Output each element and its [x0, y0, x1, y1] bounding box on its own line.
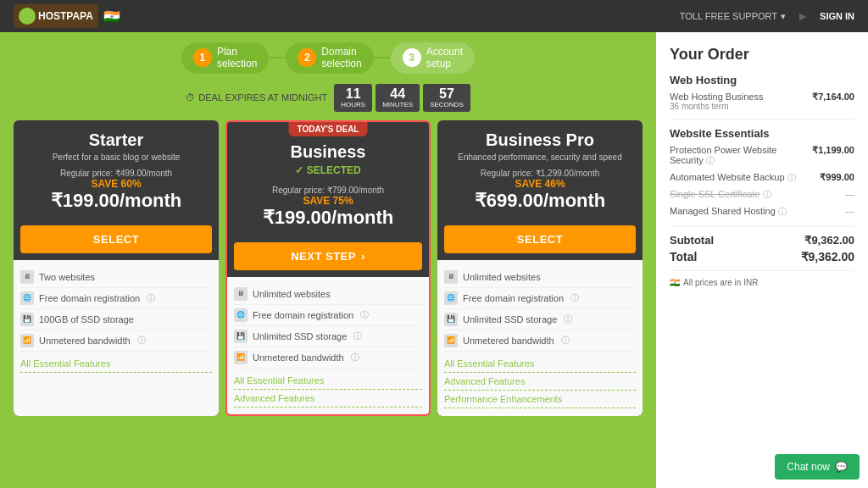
order-backup-item: Automated Website Backup ⓘ ₹999.00 — [670, 172, 854, 184]
order-essentials-section: Website Essentials Protection Power Webs… — [670, 127, 854, 218]
business-essential-link[interactable]: All Essential Features — [234, 372, 422, 390]
svg-text:HOSTPAPA: HOSTPAPA — [38, 10, 93, 22]
minutes-label: MINUTES — [382, 101, 413, 108]
info-icon[interactable]: ⓘ — [763, 190, 771, 199]
domain-icon: 🌐 — [444, 291, 458, 305]
starter-features: 🖥 Two websites 🌐 Free domain registratio… — [14, 260, 219, 416]
feature-text: 100GB of SSD storage — [39, 314, 134, 324]
divider: ▶ — [799, 11, 806, 22]
info-icon[interactable]: ⓘ — [787, 173, 796, 182]
minutes-value: 44 — [382, 87, 413, 101]
business-pro-essential-link[interactable]: All Essential Features — [444, 355, 636, 373]
list-item: 📶 Unmetered bandwidth ⓘ — [234, 347, 422, 369]
hours-value: 11 — [341, 87, 365, 101]
step-2-line1: Domain — [321, 46, 361, 58]
hosting-price: ₹7,164.00 — [812, 92, 854, 103]
currency-text: All prices are in INR — [683, 278, 758, 287]
list-item: 🌐 Free domain registration ⓘ — [444, 288, 636, 309]
info-icon[interactable]: ⓘ — [353, 330, 362, 342]
list-item: 💾 Unlimited SSD storage ⓘ — [444, 309, 636, 330]
business-pro-select-button[interactable]: SELECT — [444, 225, 636, 253]
info-icon[interactable]: ⓘ — [570, 292, 579, 304]
total-value: ₹9,362.00 — [801, 250, 855, 263]
top-navigation: HOSTPAPA 🇮🇳 TOLL FREE SUPPORT ▾ ▶ SIGN I… — [0, 0, 868, 32]
list-item: 🖥 Unlimited websites — [444, 267, 636, 288]
business-price: ₹199.00/month — [236, 207, 420, 229]
business-pro-perf-link[interactable]: Performance Enhancements — [444, 391, 636, 408]
info-icon[interactable]: ⓘ — [137, 335, 146, 347]
feature-text: Unlimited SSD storage — [253, 331, 347, 341]
seconds-label: SECONDS — [430, 101, 464, 108]
logo: HOSTPAPA 🇮🇳 — [14, 4, 120, 28]
order-title: Your Order — [670, 46, 854, 64]
bandwidth-icon: 📶 — [20, 334, 34, 347]
step-1-line2: selection — [217, 58, 257, 69]
backup-price: ₹999.00 — [820, 172, 854, 183]
hosting-name: Web Hosting Business 36 months term — [670, 92, 812, 111]
info-icon[interactable]: ⓘ — [351, 352, 359, 363]
chat-label: Chat now — [787, 461, 830, 473]
chat-button[interactable]: Chat now 💬 — [775, 454, 860, 480]
info-icon[interactable]: ⓘ — [706, 156, 715, 165]
content-area: 1 Plan selection 2 Domain selection 3 Ac… — [0, 32, 656, 488]
order-section2-title: Website Essentials — [670, 127, 854, 140]
order-protection-item: Protection Power Website Security ⓘ ₹1,1… — [670, 145, 854, 167]
info-icon[interactable]: ⓘ — [360, 309, 369, 321]
step-3-number: 3 — [403, 48, 421, 67]
seconds-value: 57 — [430, 87, 464, 101]
feature-text: Unmetered bandwidth — [253, 352, 344, 363]
hours-label: HOURS — [341, 101, 365, 108]
business-pro-save: SAVE 46% — [446, 178, 634, 190]
business-pro-advanced-link[interactable]: Advanced Features — [444, 373, 636, 391]
feature-text: Unlimited websites — [253, 289, 331, 299]
bandwidth-icon: 📶 — [444, 334, 458, 347]
storage-icon: 💾 — [234, 330, 248, 343]
info-icon[interactable]: ⓘ — [147, 292, 155, 304]
ssl-price: — — [845, 189, 854, 199]
starter-header: Starter Perfect for a basic blog or webs… — [14, 120, 219, 169]
business-advanced-link[interactable]: Advanced Features — [234, 390, 422, 408]
nav-right: TOLL FREE SUPPORT ▾ ▶ SIGN IN — [680, 11, 854, 22]
protection-price: ₹1,199.00 — [812, 145, 854, 156]
business-pricing: Regular price: ₹799.00/month SAVE 75% ₹1… — [227, 186, 429, 236]
feature-text: Unmetered bandwidth — [463, 336, 554, 346]
starter-essential-link[interactable]: All Essential Features — [20, 355, 212, 373]
business-pro-feature-list: 🖥 Unlimited websites 🌐 Free domain regis… — [444, 267, 636, 352]
starter-price: ₹199.00/month — [22, 190, 210, 212]
dropdown-icon[interactable]: ▾ — [781, 11, 786, 22]
domain-icon: 🌐 — [20, 291, 34, 305]
business-pro-header: Business Pro Enhanced performance, secur… — [437, 120, 643, 169]
business-pro-name: Business Pro — [446, 130, 634, 150]
hosting-term: 36 months term — [670, 102, 812, 111]
info-icon[interactable]: ⓘ — [778, 207, 787, 216]
business-next-step-button[interactable]: NEXT STEP › — [234, 242, 422, 270]
feature-text: Free domain registration — [463, 293, 564, 303]
main-layout: 1 Plan selection 2 Domain selection 3 Ac… — [0, 32, 868, 488]
business-feature-list: 🖥 Unlimited websites 🌐 Free domain regis… — [234, 284, 422, 369]
plan-starter: Starter Perfect for a basic blog or webs… — [14, 120, 219, 416]
websites-icon: 🖥 — [20, 270, 34, 284]
feature-text: Unlimited websites — [463, 272, 541, 282]
order-divider-1 — [670, 119, 854, 120]
order-sidebar: Your Order Web Hosting Web Hosting Busin… — [656, 32, 868, 488]
step-2: 2 Domain selection — [286, 42, 373, 74]
step-3-line2: setup — [426, 58, 463, 69]
info-icon[interactable]: ⓘ — [564, 313, 572, 325]
flag-icon: 🇮🇳 — [103, 8, 120, 25]
info-icon[interactable]: ⓘ — [561, 335, 570, 347]
business-save: SAVE 75% — [236, 195, 420, 207]
steps-bar: 1 Plan selection 2 Domain selection 3 Ac… — [14, 42, 643, 74]
business-pro-price: ₹699.00/month — [446, 190, 634, 212]
starter-select-button[interactable]: SELECT — [20, 225, 212, 253]
feature-text: Unmetered bandwidth — [39, 336, 131, 346]
hosting-name-text: Web Hosting Business — [670, 92, 763, 102]
starter-desc: Perfect for a basic blog or website — [22, 152, 210, 162]
step-connector-2 — [374, 57, 391, 58]
list-item: 🌐 Free domain registration ⓘ — [234, 305, 422, 326]
business-regular-price: Regular price: ₹799.00/month — [236, 186, 420, 195]
today-deal-badge: TODAY'S DEAL — [289, 122, 368, 136]
next-step-label: NEXT STEP — [291, 250, 356, 263]
sign-in-link[interactable]: SIGN IN — [820, 11, 854, 21]
order-hosting-section: Web Hosting Web Hosting Business 36 mont… — [670, 74, 854, 111]
feature-text: Free domain registration — [253, 310, 353, 320]
